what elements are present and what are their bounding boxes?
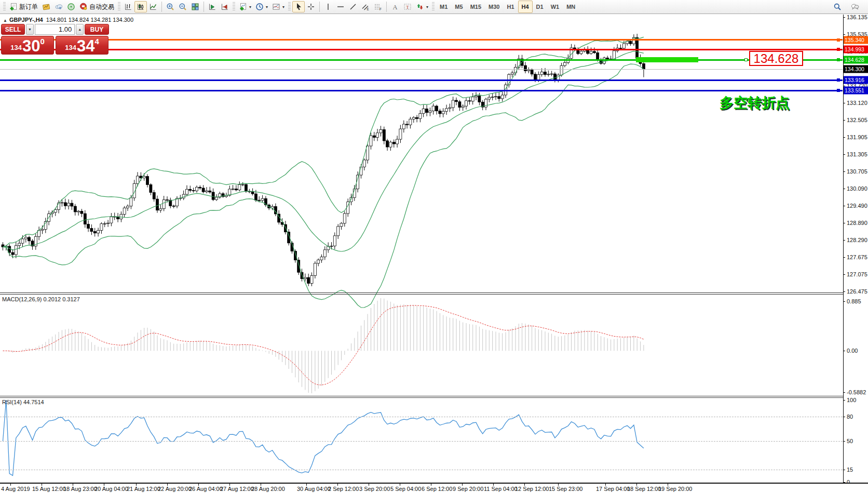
- zoom-in-button[interactable]: [164, 1, 177, 12]
- timeframe-button-h4[interactable]: H4: [518, 1, 533, 13]
- symbol-name: GBPJPY-,H4: [9, 17, 43, 23]
- trendline-button[interactable]: [347, 1, 359, 12]
- annotation-text[interactable]: 多空转折点: [720, 94, 790, 112]
- horizontal-line-button[interactable]: [334, 1, 347, 12]
- sell-button[interactable]: SELL: [1, 24, 25, 35]
- timeframe-button-d1[interactable]: D1: [533, 1, 547, 13]
- time-tick-label: 19 Sep 20:00: [658, 486, 692, 492]
- chevron-down-icon[interactable]: ▾: [282, 5, 284, 9]
- line-marker[interactable]: [837, 58, 840, 61]
- time-tick-label: 15 Sep 23:00: [549, 486, 582, 492]
- line-marker[interactable]: [837, 38, 840, 42]
- bar-chart-button[interactable]: [122, 1, 134, 12]
- price-line-label: 133.916: [844, 76, 868, 84]
- toolbar-right: [831, 1, 866, 12]
- text-label-button[interactable]: T: [401, 1, 414, 12]
- pane-separator[interactable]: [0, 292, 843, 293]
- autotrading-button-label: 自动交易: [89, 3, 114, 11]
- toolbar-separator: [319, 2, 320, 12]
- toolbar-separator: [386, 2, 387, 12]
- horizontal-price-line[interactable]: [0, 39, 843, 41]
- time-axis[interactable]: 4 Aug 201915 Aug 12:0018 Aug 23:0020 Aug…: [0, 483, 868, 493]
- timeframe-button-m1[interactable]: M1: [436, 1, 451, 13]
- price-tick-mark: [843, 17, 845, 18]
- timeframe-button-w1[interactable]: W1: [547, 1, 563, 13]
- arrows-button[interactable]: ▾: [414, 1, 430, 12]
- horizontal-price-line[interactable]: [0, 90, 843, 91]
- volume-increase-button[interactable]: ▲: [76, 24, 84, 35]
- highlight-trend-segment[interactable]: [636, 57, 698, 62]
- price-tick-mark: [843, 223, 845, 223]
- toolbar-grip[interactable]: [3, 2, 6, 11]
- sell-price-button[interactable]: 134300: [1, 36, 54, 55]
- timeframe-button-m30[interactable]: M30: [485, 1, 503, 13]
- toolbar-grip[interactable]: [233, 2, 235, 11]
- price-tick-label: 130.705: [847, 168, 867, 175]
- buy-price-main: 34: [77, 39, 94, 53]
- time-tick-label: 20 Aug 04:00: [94, 486, 128, 492]
- chart-canvas[interactable]: [0, 15, 843, 493]
- candlestick-icon: [137, 3, 145, 11]
- chat-button[interactable]: [849, 1, 861, 12]
- toolbar-separator: [204, 2, 204, 12]
- buy-price-button[interactable]: 134344: [56, 36, 108, 55]
- tile-windows-icon: [191, 3, 199, 11]
- cursor-button[interactable]: [292, 1, 305, 12]
- pane-separator[interactable]: [0, 294, 843, 295]
- chevron-down-icon[interactable]: ▾: [249, 5, 251, 9]
- line-marker[interactable]: [837, 89, 840, 92]
- toolbar-grip[interactable]: [432, 2, 435, 11]
- volume-input[interactable]: 1.00: [35, 24, 75, 35]
- toolbar-grip[interactable]: [118, 2, 120, 11]
- price-callout-box[interactable]: 134.628: [749, 51, 803, 66]
- pane-separator[interactable]: [0, 396, 843, 396]
- price-tick-mark: [843, 137, 845, 138]
- search-button[interactable]: [831, 1, 844, 12]
- crosshair-button[interactable]: [305, 1, 317, 12]
- zoom-out-button[interactable]: [177, 1, 189, 12]
- line-marker[interactable]: [837, 78, 840, 82]
- candlestick-button[interactable]: [134, 1, 147, 12]
- chevron-down-icon[interactable]: ▾: [266, 5, 268, 9]
- horizontal-price-line[interactable]: [0, 59, 843, 61]
- new-order-button[interactable]: 新订单: [7, 1, 40, 12]
- chevron-down-icon[interactable]: ▾: [426, 5, 428, 9]
- trendline-endpoint-marker[interactable]: [744, 58, 748, 61]
- templates-button[interactable]: ▾: [270, 1, 287, 12]
- buy-button[interactable]: BUY: [85, 24, 109, 35]
- timeframe-button-m15[interactable]: M15: [467, 1, 485, 13]
- time-tick-label: 9 Sep 20:00: [453, 486, 483, 492]
- equidistant-channel-button[interactable]: E: [359, 1, 372, 12]
- text-button[interactable]: A: [389, 1, 401, 12]
- hline-icon: [336, 3, 345, 11]
- timeframe-button-m5[interactable]: M5: [451, 1, 466, 13]
- collapse-panel-icon[interactable]: ▲: [3, 18, 7, 23]
- toolbar-grip[interactable]: [288, 2, 291, 11]
- signals-button[interactable]: [65, 1, 77, 12]
- fibonacci-button[interactable]: F: [372, 1, 384, 12]
- chart-shift-button[interactable]: [219, 1, 231, 12]
- autotrading-button[interactable]: 自动交易: [77, 1, 116, 12]
- time-tick-label: 30 Aug 04:00: [297, 486, 331, 492]
- line-chart-button[interactable]: [147, 1, 159, 12]
- vertical-line-button[interactable]: [322, 1, 334, 12]
- autoscroll-button[interactable]: [206, 1, 219, 12]
- timeframe-button-h1[interactable]: H1: [503, 1, 518, 13]
- macd-tick-mark: [843, 301, 845, 302]
- pane-separator[interactable]: [0, 397, 843, 398]
- indicators-button[interactable]: ▾: [237, 1, 253, 12]
- time-tick-label: 18 Aug 23:00: [63, 486, 97, 492]
- chart-window-button[interactable]: [40, 1, 52, 12]
- horizontal-price-line[interactable]: [0, 49, 843, 50]
- channel-icon: E: [361, 3, 370, 11]
- sell-price-main: 30: [22, 39, 40, 53]
- signal-icon: [67, 3, 75, 11]
- line-chart-icon: [149, 3, 157, 11]
- volume-decrease-button[interactable]: ▼: [26, 24, 34, 35]
- timeframe-button-mn[interactable]: MN: [563, 1, 579, 13]
- horizontal-price-line[interactable]: [0, 79, 843, 81]
- tile-windows-button[interactable]: [189, 1, 201, 12]
- profile-button[interactable]: [52, 1, 65, 12]
- line-marker[interactable]: [837, 48, 840, 51]
- periods-button[interactable]: ▾: [253, 1, 270, 12]
